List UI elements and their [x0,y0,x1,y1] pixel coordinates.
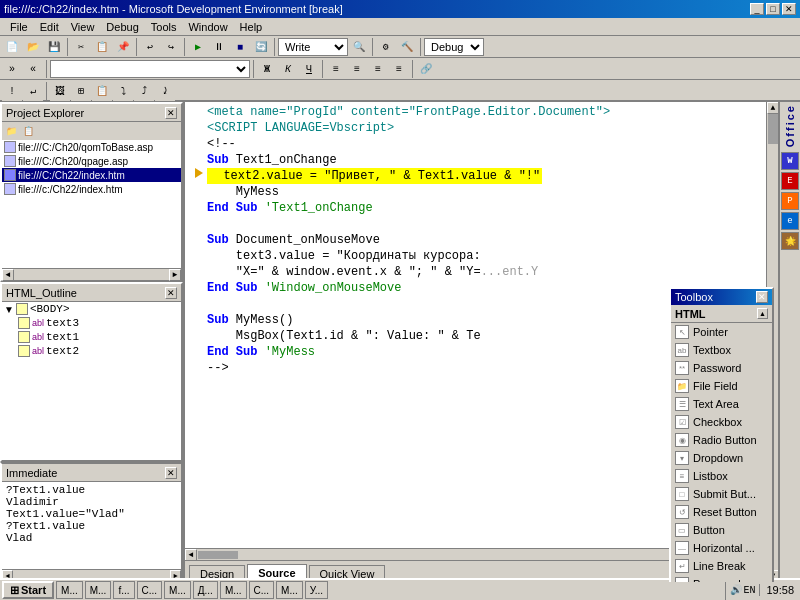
taskbar-item-7[interactable]: M... [220,581,247,599]
toolbox-radiobutton[interactable]: ◉ Radio Button [671,431,772,449]
office-ie-icon[interactable]: e [781,212,799,230]
pe-btn2[interactable]: 📋 [20,123,36,139]
link-btn[interactable]: 🔗 [416,59,436,79]
taskbar-item-9[interactable]: M... [276,581,303,599]
align-right[interactable]: ≡ [368,59,388,79]
step-over[interactable]: ⤸ [155,81,175,101]
toolbox-scroll-up-btn[interactable]: ▲ [757,308,768,319]
underline-btn[interactable]: Ч [299,59,319,79]
menu-tools[interactable]: Tools [145,20,183,34]
toolbox-dropdown[interactable]: ▾ Dropdown [671,449,772,467]
pe-scroll-right[interactable]: ► [169,269,181,281]
project-explorer-content[interactable]: file:///C:/Ch20/qomToBase.asp file:///C:… [2,140,181,268]
img-btn[interactable]: 🖼 [50,81,70,101]
pause-btn[interactable]: ⏸ [209,37,229,57]
tree-item-2[interactable]: file:///C:/Ch20/qpage.asp [2,154,181,168]
taskbar-item-8[interactable]: C... [249,581,275,599]
tree-item-1[interactable]: file:///C:/Ch20/qomToBase.asp [2,140,181,154]
start-button[interactable]: ⊞ Start [2,581,54,599]
toolbox-pointer[interactable]: ↖ Pointer [671,323,772,341]
toolbox-listbox[interactable]: ≡ Listbox [671,467,772,485]
pe-scroll-track[interactable] [15,271,168,279]
editor-scroll-thumb-v[interactable] [768,114,778,144]
office-word-icon[interactable]: W [781,152,799,170]
align-left[interactable]: ≡ [326,59,346,79]
expand-btn[interactable]: » [2,59,22,79]
office-icon-3[interactable]: P [781,192,799,210]
immediate-content[interactable]: ?Text1.value Vladimir Text1.value="Vlad"… [2,482,181,569]
menu-window[interactable]: Window [182,20,233,34]
new-btn[interactable]: 📄 [2,37,22,57]
step-out[interactable]: ⤴ [134,81,154,101]
outline-body[interactable]: ▼ <BODY> [2,302,181,316]
taskbar-item-3[interactable]: f... [113,581,134,599]
html-outline-close[interactable]: ✕ [165,287,177,299]
minimize-button[interactable]: _ [750,3,764,15]
outline-text1[interactable]: abl text1 [2,330,181,344]
taskbar-item-4[interactable]: C... [137,581,163,599]
step-in[interactable]: ⤵ [113,81,133,101]
save-btn[interactable]: 💾 [44,37,64,57]
toolbox-hr[interactable]: — Horizontal ... [671,539,772,557]
open-btn[interactable]: 📂 [23,37,43,57]
toolbox-textarea[interactable]: ☰ Text Area [671,395,772,413]
menu-debug[interactable]: Debug [100,20,144,34]
undo-btn[interactable]: ↩ [140,37,160,57]
toolbox-submit[interactable]: □ Submit But... [671,485,772,503]
toolbox-close[interactable]: ✕ [756,291,768,303]
editor-scroll-thumb[interactable] [198,551,238,559]
pe-scroll-left[interactable]: ◄ [2,269,14,281]
menu-view[interactable]: View [65,20,101,34]
editor-scroll-left[interactable]: ◄ [185,549,197,561]
form-btn[interactable]: 📋 [92,81,112,101]
outline-text2[interactable]: abl text2 [2,344,181,358]
menu-help[interactable]: Help [234,20,269,34]
office-icon-2[interactable]: E [781,172,799,190]
taskbar-item-6[interactable]: Д... [193,581,218,599]
html-outline-content[interactable]: ▼ <BODY> abl text3 abl text1 [2,302,181,460]
office-icon-5[interactable]: 🌟 [781,232,799,250]
run-btn[interactable]: ▶ [188,37,208,57]
more-btn[interactable]: 🔨 [397,37,417,57]
menu-file[interactable]: File [4,20,34,34]
cut-btn[interactable]: ✂ [71,37,91,57]
tree-item-4[interactable]: file:///c:/Ch22/index.htm [2,182,181,196]
align-justify[interactable]: ≡ [389,59,409,79]
toolbox-password[interactable]: ** Password [671,359,772,377]
redo-btn[interactable]: ↪ [161,37,181,57]
fmt1[interactable]: ! [2,81,22,101]
maximize-button[interactable]: □ [766,3,780,15]
toolbox-linebreak[interactable]: ↵ Line Break [671,557,772,575]
immediate-close[interactable]: ✕ [165,467,177,479]
debug-combo[interactable]: Debug [424,38,484,56]
stop-btn[interactable]: ■ [230,37,250,57]
copy-btn[interactable]: 📋 [92,37,112,57]
align-center[interactable]: ≡ [347,59,367,79]
toolbox-paragraph[interactable]: ¶ Paragraph... [671,575,772,582]
toolbox-filefield[interactable]: 📁 File Field [671,377,772,395]
pe-hscroll[interactable]: ◄ ► [2,268,181,280]
table-btn[interactable]: ⊞ [71,81,91,101]
outline-expand-body[interactable]: ▼ [4,304,14,315]
taskbar-item-10[interactable]: У... [305,581,328,599]
tree-item-3[interactable]: file:///C:/Ch22/index.htm [2,168,181,182]
outline-text3[interactable]: abl text3 [2,316,181,330]
toolbox-checkbox[interactable]: ☑ Checkbox [671,413,772,431]
italic-btn[interactable]: К [278,59,298,79]
settings-btn[interactable]: ⚙ [376,37,396,57]
taskbar-item-1[interactable]: M... [56,581,83,599]
toolbox-button[interactable]: ▭ Button [671,521,772,539]
bold-btn[interactable]: Ж [257,59,277,79]
menu-edit[interactable]: Edit [34,20,65,34]
taskbar-item-2[interactable]: M... [85,581,112,599]
find-btn[interactable]: 🔍 [349,37,369,57]
toolbox-textbox[interactable]: ab Textbox [671,341,772,359]
collapse-btn[interactable]: « [23,59,43,79]
pe-btn1[interactable]: 📁 [3,123,19,139]
restart-btn[interactable]: 🔄 [251,37,271,57]
close-button[interactable]: ✕ [782,3,796,15]
toolbox-reset[interactable]: ↺ Reset Button [671,503,772,521]
taskbar-item-5[interactable]: M... [164,581,191,599]
write-combo[interactable]: Write [278,38,348,56]
paste-btn[interactable]: 📌 [113,37,133,57]
